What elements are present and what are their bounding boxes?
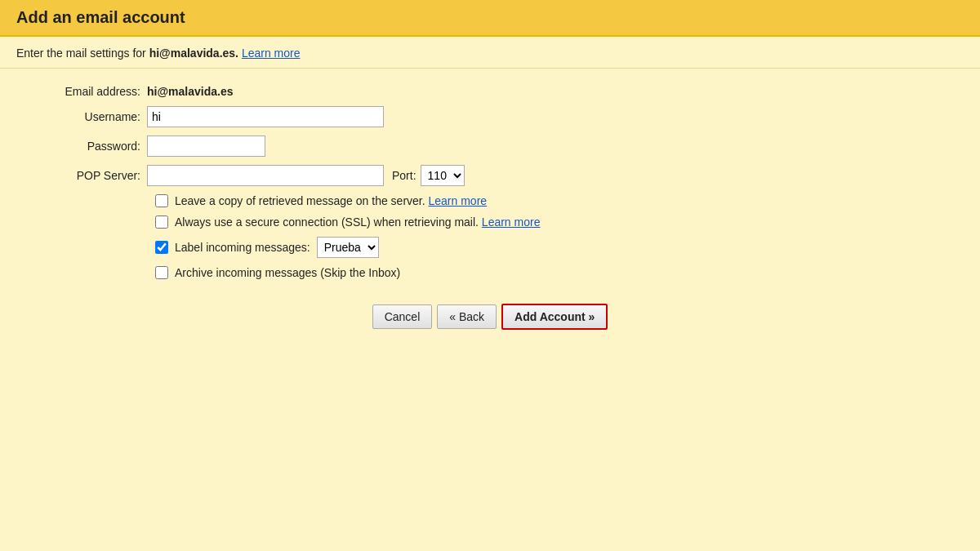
copy-message-learn-more[interactable]: Learn more bbox=[429, 194, 488, 207]
password-row: Password: bbox=[49, 136, 931, 157]
checkbox-row-1: Leave a copy of retrieved message on the… bbox=[155, 194, 931, 207]
ssl-checkbox[interactable] bbox=[155, 216, 168, 229]
label-messages-label: Label incoming messages: Prueba bbox=[175, 237, 382, 258]
port-label: Port: bbox=[392, 169, 416, 182]
password-label: Password: bbox=[49, 140, 147, 153]
username-label: Username: bbox=[49, 110, 147, 123]
add-account-button[interactable]: Add Account » bbox=[501, 304, 608, 330]
subheader-prefix: Enter the mail settings for bbox=[16, 47, 149, 60]
copy-message-text: Leave a copy of retrieved message on the… bbox=[175, 194, 425, 207]
subheader-email: hi@malavida.es. bbox=[149, 47, 238, 60]
label-messages-text: Label incoming messages: bbox=[175, 241, 310, 254]
username-row: Username: bbox=[49, 106, 931, 127]
checkbox-row-4: Archive incoming messages (Skip the Inbo… bbox=[155, 266, 931, 279]
cancel-button[interactable]: Cancel bbox=[372, 304, 433, 329]
port-group: Port: 110 995 bbox=[392, 165, 465, 186]
button-row: Cancel « Back Add Account » bbox=[49, 304, 931, 330]
pop-server-input[interactable] bbox=[147, 165, 384, 186]
checkbox-group: Leave a copy of retrieved message on the… bbox=[155, 194, 931, 279]
pop-server-label: POP Server: bbox=[49, 169, 147, 182]
label-messages-checkbox[interactable] bbox=[155, 241, 168, 254]
checkbox-row-2: Always use a secure connection (SSL) whe… bbox=[155, 216, 931, 229]
ssl-label: Always use a secure connection (SSL) whe… bbox=[175, 216, 540, 229]
archive-messages-text: Archive incoming messages (Skip the Inbo… bbox=[175, 266, 400, 279]
ssl-text: Always use a secure connection (SSL) whe… bbox=[175, 216, 479, 229]
page-wrapper: Add an email account Enter the mail sett… bbox=[0, 0, 980, 551]
content-area: Email address: hi@malavida.es Username: … bbox=[0, 69, 980, 551]
password-input[interactable] bbox=[147, 136, 265, 157]
checkbox-row-3: Label incoming messages: Prueba bbox=[155, 237, 931, 258]
email-address-label: Email address: bbox=[49, 85, 147, 98]
ssl-learn-more[interactable]: Learn more bbox=[482, 216, 541, 229]
archive-messages-checkbox[interactable] bbox=[155, 266, 168, 279]
page-title: Add an email account bbox=[16, 8, 185, 26]
subheader: Enter the mail settings for hi@malavida.… bbox=[0, 37, 980, 69]
subheader-learn-more-link[interactable]: Learn more bbox=[242, 47, 301, 60]
port-select[interactable]: 110 995 bbox=[421, 165, 465, 186]
email-address-row: Email address: hi@malavida.es bbox=[49, 85, 931, 98]
label-select[interactable]: Prueba bbox=[317, 237, 379, 258]
copy-message-checkbox[interactable] bbox=[155, 194, 168, 207]
email-address-value: hi@malavida.es bbox=[147, 85, 233, 98]
copy-message-label: Leave a copy of retrieved message on the… bbox=[175, 194, 487, 207]
back-button[interactable]: « Back bbox=[437, 304, 497, 329]
archive-messages-label: Archive incoming messages (Skip the Inbo… bbox=[175, 266, 400, 279]
header-bar: Add an email account bbox=[0, 0, 980, 37]
username-input[interactable] bbox=[147, 106, 384, 127]
pop-server-row: POP Server: Port: 110 995 bbox=[49, 165, 931, 186]
